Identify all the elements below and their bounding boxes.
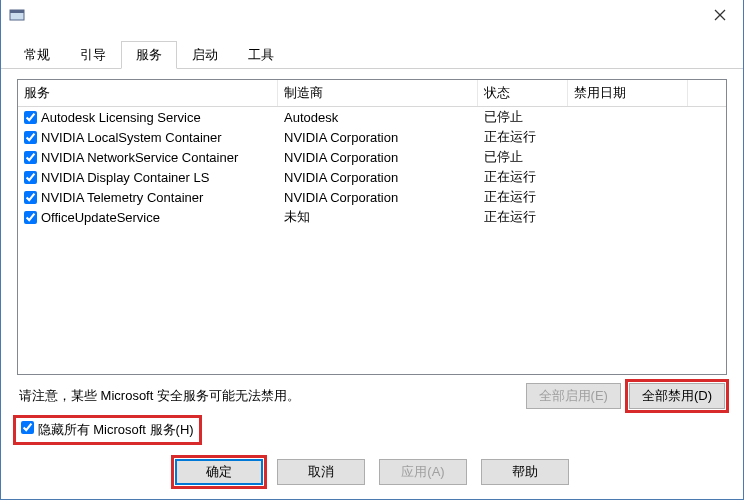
service-name: NVIDIA Display Container LS	[41, 170, 209, 185]
table-row[interactable]: Autodesk Licensing ServiceAutodesk已停止	[18, 107, 726, 127]
enable-all-button[interactable]: 全部启用(E)	[526, 383, 621, 409]
service-name: NVIDIA Telemetry Container	[41, 190, 203, 205]
ok-button[interactable]: 确定	[175, 459, 263, 485]
manufacturer-cell: NVIDIA Corporation	[278, 189, 478, 206]
table-row[interactable]: NVIDIA Display Container LSNVIDIA Corpor…	[18, 167, 726, 187]
tab-general[interactable]: 常规	[9, 41, 65, 69]
col-header-manufacturer[interactable]: 制造商	[278, 80, 478, 106]
app-icon	[9, 7, 25, 23]
service-name: NVIDIA NetworkService Container	[41, 150, 238, 165]
manufacturer-cell: Autodesk	[278, 109, 478, 126]
listview-body[interactable]: Autodesk Licensing ServiceAutodesk已停止NVI…	[18, 107, 726, 374]
msconfig-window: 常规 引导 服务 启动 工具 服务 制造商 状态 禁用日期 Autodesk L…	[0, 0, 744, 500]
status-cell: 正在运行	[478, 167, 568, 187]
status-cell: 正在运行	[478, 127, 568, 147]
tab-strip: 常规 引导 服务 启动 工具	[1, 38, 743, 69]
service-name: NVIDIA LocalSystem Container	[41, 130, 222, 145]
service-checkbox[interactable]	[24, 211, 37, 224]
disabled-date-cell	[568, 216, 688, 218]
disabled-date-cell	[568, 116, 688, 118]
dialog-footer: 确定 取消 应用(A) 帮助	[1, 449, 743, 499]
col-header-disabled-date[interactable]: 禁用日期	[568, 80, 688, 106]
service-checkbox[interactable]	[24, 191, 37, 204]
status-cell: 已停止	[478, 147, 568, 167]
apply-button[interactable]: 应用(A)	[379, 459, 467, 485]
tab-boot[interactable]: 引导	[65, 41, 121, 69]
disabled-date-cell	[568, 176, 688, 178]
titlebar	[1, 0, 743, 30]
svg-rect-1	[10, 10, 24, 13]
service-checkbox[interactable]	[24, 151, 37, 164]
table-row[interactable]: NVIDIA Telemetry ContainerNVIDIA Corpora…	[18, 187, 726, 207]
help-button[interactable]: 帮助	[481, 459, 569, 485]
col-header-status[interactable]: 状态	[478, 80, 568, 106]
tab-tools[interactable]: 工具	[233, 41, 289, 69]
manufacturer-cell: NVIDIA Corporation	[278, 129, 478, 146]
manufacturer-cell: NVIDIA Corporation	[278, 149, 478, 166]
manufacturer-cell: 未知	[278, 207, 478, 227]
status-cell: 正在运行	[478, 187, 568, 207]
close-icon	[714, 9, 726, 21]
note-text: 请注意，某些 Microsoft 安全服务可能无法禁用。	[19, 387, 300, 405]
cancel-button[interactable]: 取消	[277, 459, 365, 485]
status-cell: 已停止	[478, 107, 568, 127]
tab-services[interactable]: 服务	[121, 41, 177, 69]
tab-startup[interactable]: 启动	[177, 41, 233, 69]
service-checkbox[interactable]	[24, 111, 37, 124]
table-row[interactable]: NVIDIA NetworkService ContainerNVIDIA Co…	[18, 147, 726, 167]
col-header-service[interactable]: 服务	[18, 80, 278, 106]
listview-header: 服务 制造商 状态 禁用日期	[18, 80, 726, 107]
highlight-disable-all: 全部禁用(D)	[629, 383, 725, 409]
disabled-date-cell	[568, 136, 688, 138]
disabled-date-cell	[568, 196, 688, 198]
service-name: Autodesk Licensing Service	[41, 110, 201, 125]
table-row[interactable]: OfficeUpdateService未知正在运行	[18, 207, 726, 227]
close-button[interactable]	[697, 0, 743, 30]
service-checkbox[interactable]	[24, 131, 37, 144]
highlight-ok: 确定	[175, 459, 263, 485]
services-listview: 服务 制造商 状态 禁用日期 Autodesk Licensing Servic…	[17, 79, 727, 375]
service-name: OfficeUpdateService	[41, 210, 160, 225]
manufacturer-cell: NVIDIA Corporation	[278, 169, 478, 186]
hide-ms-row: 隐藏所有 Microsoft 服务(H)	[17, 419, 198, 441]
highlight-hide-ms: 隐藏所有 Microsoft 服务(H)	[17, 409, 727, 441]
note-row: 请注意，某些 Microsoft 安全服务可能无法禁用。 全部启用(E) 全部禁…	[17, 383, 727, 409]
disabled-date-cell	[568, 156, 688, 158]
hide-ms-label: 隐藏所有 Microsoft 服务(H)	[38, 422, 194, 437]
tab-content: 服务 制造商 状态 禁用日期 Autodesk Licensing Servic…	[1, 69, 743, 449]
enable-disable-group: 全部启用(E) 全部禁用(D)	[526, 383, 725, 409]
table-row[interactable]: NVIDIA LocalSystem ContainerNVIDIA Corpo…	[18, 127, 726, 147]
hide-ms-checkbox[interactable]	[21, 421, 34, 434]
disable-all-button[interactable]: 全部禁用(D)	[629, 383, 725, 409]
service-checkbox[interactable]	[24, 171, 37, 184]
status-cell: 正在运行	[478, 207, 568, 227]
